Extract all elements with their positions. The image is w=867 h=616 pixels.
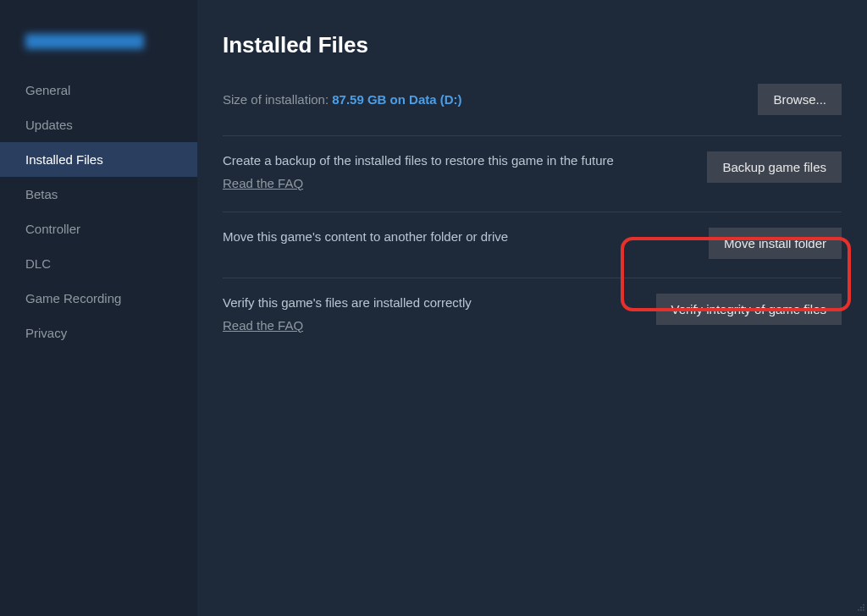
sidebar-item-updates[interactable]: Updates	[0, 107, 197, 142]
verify-description: Verify this game's files are installed c…	[223, 295, 472, 310]
sidebar-item-privacy[interactable]: Privacy	[0, 316, 197, 350]
svg-point-4	[863, 604, 864, 606]
page-title: Installed Files	[223, 32, 842, 58]
sidebar: General Updates Installed Files Betas Co…	[0, 0, 197, 616]
resize-grip-icon[interactable]	[856, 602, 865, 614]
app-container: General Updates Installed Files Betas Co…	[0, 0, 867, 616]
install-size-text: Size of installation: 87.59 GB on Data (…	[223, 92, 462, 107]
svg-point-7	[858, 609, 859, 611]
sidebar-item-general[interactable]: General	[0, 73, 197, 107]
install-size-row: Size of installation: 87.59 GB on Data (…	[223, 84, 842, 115]
backup-description: Create a backup of the installed files t…	[223, 153, 614, 168]
svg-point-5	[860, 607, 862, 608]
game-title-obscured	[25, 34, 144, 49]
main-content: Installed Files Size of installation: 87…	[197, 0, 867, 616]
verify-section: Verify this game's files are installed c…	[223, 278, 842, 354]
browse-button[interactable]: Browse...	[758, 84, 842, 115]
sidebar-item-betas[interactable]: Betas	[0, 177, 197, 212]
backup-section: Create a backup of the installed files t…	[223, 135, 842, 212]
verify-text: Verify this game's files are installed c…	[223, 294, 639, 335]
backup-button[interactable]: Backup game files	[707, 151, 842, 183]
sidebar-item-controller[interactable]: Controller	[0, 212, 197, 246]
install-size-value: 87.59 GB on Data (D:)	[332, 92, 461, 107]
svg-point-6	[863, 607, 864, 608]
move-description: Move this game's content to another fold…	[223, 229, 508, 244]
move-section: Move this game's content to another fold…	[223, 212, 842, 278]
svg-point-8	[860, 609, 862, 611]
verify-button[interactable]: Verify integrity of game files	[656, 294, 842, 325]
game-title	[0, 34, 197, 73]
move-text: Move this game's content to another fold…	[223, 228, 692, 247]
sidebar-item-installed-files[interactable]: Installed Files	[0, 142, 197, 177]
backup-faq-link[interactable]: Read the FAQ	[223, 174, 303, 194]
move-button[interactable]: Move install folder	[709, 228, 842, 259]
svg-point-9	[863, 609, 864, 611]
backup-text: Create a backup of the installed files t…	[223, 151, 690, 193]
sidebar-item-game-recording[interactable]: Game Recording	[0, 281, 197, 316]
verify-faq-link[interactable]: Read the FAQ	[223, 316, 303, 336]
install-size-label: Size of installation:	[223, 92, 332, 107]
sidebar-item-dlc[interactable]: DLC	[0, 246, 197, 281]
